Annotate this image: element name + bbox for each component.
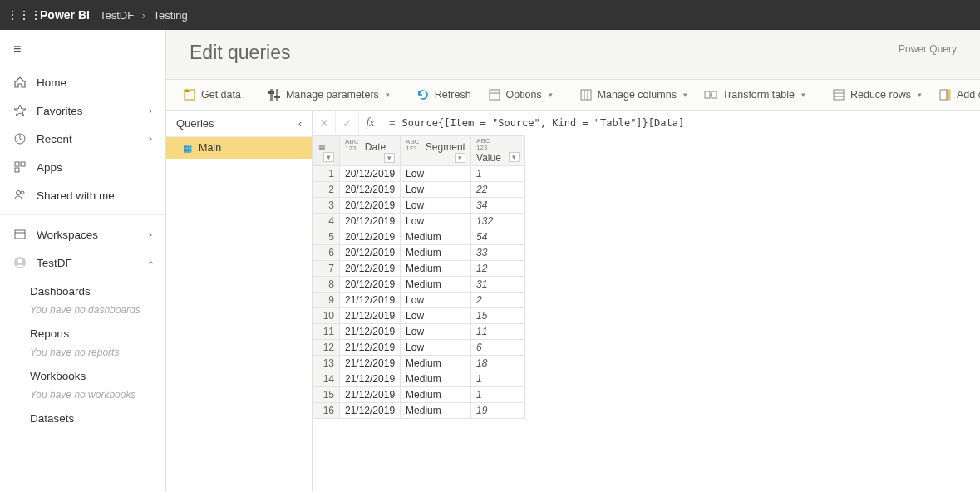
nav-workbooks[interactable]: Workbooks	[0, 362, 165, 386]
table-row[interactable]: 1221/12/2019Low6	[313, 340, 525, 356]
cell-date[interactable]: 21/12/2019	[340, 356, 401, 371]
cell-value[interactable]: 54	[471, 229, 525, 245]
cell-segment[interactable]: Medium	[401, 403, 471, 419]
row-number[interactable]: 14	[313, 371, 340, 387]
nav-apps[interactable]: Apps	[0, 153, 165, 181]
cell-date[interactable]: 20/12/2019	[340, 245, 401, 261]
row-number[interactable]: 11	[313, 324, 340, 340]
manage-columns-button[interactable]: Manage columns ▾	[573, 85, 694, 105]
cell-segment[interactable]: Low	[401, 293, 471, 308]
chevron-down-icon[interactable]: ▾	[509, 152, 520, 162]
data-grid[interactable]: ▦▾ ABC123 Date▾ ABC123 Segment▾ ABC123 V…	[313, 135, 980, 492]
cell-segment[interactable]: Low	[401, 340, 471, 356]
row-number[interactable]: 12	[313, 340, 340, 356]
table-row[interactable]: 720/12/2019Medium12	[313, 261, 525, 277]
table-row[interactable]: 1621/12/2019Medium19	[313, 403, 525, 419]
cell-segment[interactable]: Low	[401, 214, 471, 229]
cell-value[interactable]: 15	[471, 308, 525, 324]
column-header-value[interactable]: ABC123 Value▾	[471, 136, 525, 166]
nav-shared[interactable]: Shared with me	[0, 181, 165, 209]
formula-text[interactable]: Source{[Item = "Source", Kind = "Table"]…	[402, 117, 980, 129]
cell-value[interactable]: 1	[471, 166, 525, 182]
table-row[interactable]: 420/12/2019Low132	[313, 214, 525, 229]
table-row[interactable]: 1021/12/2019Low15	[313, 308, 525, 324]
options-button[interactable]: Options ▾	[481, 85, 559, 105]
column-header-date[interactable]: ABC123 Date▾	[340, 136, 401, 166]
row-number[interactable]: 1	[313, 166, 340, 182]
nav-collapse-icon[interactable]: ≡	[0, 30, 165, 68]
table-row[interactable]: 620/12/2019Medium33	[313, 245, 525, 261]
get-data-button[interactable]: Get data	[176, 85, 248, 105]
table-row[interactable]: 120/12/2019Low1	[313, 166, 525, 182]
transform-table-button[interactable]: Transform table ▾	[697, 85, 812, 105]
row-number[interactable]: 8	[313, 277, 340, 293]
cell-segment[interactable]: Low	[401, 182, 471, 198]
row-number[interactable]: 7	[313, 261, 340, 277]
fx-icon[interactable]: fx	[359, 111, 382, 135]
table-row[interactable]: 1121/12/2019Low11	[313, 324, 525, 340]
cell-value[interactable]: 6	[471, 340, 525, 356]
collapse-icon[interactable]: ‹	[298, 118, 302, 130]
row-number[interactable]: 9	[313, 293, 340, 308]
cell-segment[interactable]: Low	[401, 324, 471, 340]
cancel-formula-icon[interactable]: ✕	[313, 111, 336, 135]
row-number[interactable]: 6	[313, 245, 340, 261]
accept-formula-icon[interactable]: ✓	[336, 111, 359, 135]
cell-segment[interactable]: Medium	[401, 387, 471, 403]
cell-value[interactable]: 22	[471, 182, 525, 198]
row-number[interactable]: 10	[313, 308, 340, 324]
cell-value[interactable]: 18	[471, 356, 525, 371]
cell-segment[interactable]: Low	[401, 198, 471, 214]
cell-segment[interactable]: Medium	[401, 356, 471, 371]
chevron-down-icon[interactable]: ▾	[323, 152, 334, 162]
add-column-button[interactable]: Add column ▾	[932, 85, 980, 105]
cell-date[interactable]: 21/12/2019	[340, 293, 401, 308]
query-item[interactable]: ▦Main	[166, 137, 312, 159]
cell-date[interactable]: 20/12/2019	[340, 261, 401, 277]
nav-dashboards[interactable]: Dashboards	[0, 277, 165, 301]
row-number[interactable]: 4	[313, 214, 340, 229]
row-number[interactable]: 13	[313, 356, 340, 371]
table-row[interactable]: 1321/12/2019Medium18	[313, 356, 525, 371]
row-number[interactable]: 3	[313, 198, 340, 214]
row-number[interactable]: 2	[313, 182, 340, 198]
nav-favorites[interactable]: Favorites ›	[0, 96, 165, 125]
cell-value[interactable]: 11	[471, 324, 525, 340]
cell-date[interactable]: 20/12/2019	[340, 198, 401, 214]
table-row[interactable]: 520/12/2019Medium54	[313, 229, 525, 245]
cell-date[interactable]: 21/12/2019	[340, 371, 401, 387]
cell-value[interactable]: 2	[471, 293, 525, 308]
cell-value[interactable]: 1	[471, 387, 525, 403]
cell-date[interactable]: 21/12/2019	[340, 387, 401, 403]
cell-date[interactable]: 20/12/2019	[340, 166, 401, 182]
chevron-down-icon[interactable]: ▾	[384, 153, 395, 163]
cell-segment[interactable]: Medium	[401, 371, 471, 387]
cell-date[interactable]: 21/12/2019	[340, 324, 401, 340]
app-launcher-icon[interactable]: ⋮⋮⋮	[7, 8, 33, 22]
cell-date[interactable]: 21/12/2019	[340, 340, 401, 356]
cell-value[interactable]: 19	[471, 403, 525, 419]
cell-date[interactable]: 21/12/2019	[340, 403, 401, 419]
refresh-button[interactable]: Refresh	[410, 85, 478, 105]
row-number[interactable]: 16	[313, 403, 340, 419]
cell-date[interactable]: 20/12/2019	[340, 229, 401, 245]
cell-segment[interactable]: Medium	[401, 229, 471, 245]
nav-datasets[interactable]: Datasets	[0, 404, 165, 428]
column-header-segment[interactable]: ABC123 Segment▾	[401, 136, 471, 166]
table-corner[interactable]: ▦▾	[313, 136, 340, 166]
cell-segment[interactable]: Medium	[401, 277, 471, 293]
breadcrumb-root[interactable]: TestDF	[100, 9, 134, 22]
reduce-rows-button[interactable]: Reduce rows ▾	[825, 85, 928, 105]
cell-value[interactable]: 34	[471, 198, 525, 214]
row-number[interactable]: 15	[313, 387, 340, 403]
table-row[interactable]: 921/12/2019Low2	[313, 293, 525, 308]
manage-parameters-button[interactable]: Manage parameters ▾	[261, 85, 396, 105]
nav-reports[interactable]: Reports	[0, 319, 165, 343]
cell-date[interactable]: 20/12/2019	[340, 277, 401, 293]
chevron-down-icon[interactable]: ▾	[455, 153, 465, 163]
cell-value[interactable]: 1	[471, 371, 525, 387]
nav-home[interactable]: Home	[0, 68, 165, 96]
table-row[interactable]: 320/12/2019Low34	[313, 198, 525, 214]
cell-segment[interactable]: Medium	[401, 261, 471, 277]
table-row[interactable]: 820/12/2019Medium31	[313, 277, 525, 293]
